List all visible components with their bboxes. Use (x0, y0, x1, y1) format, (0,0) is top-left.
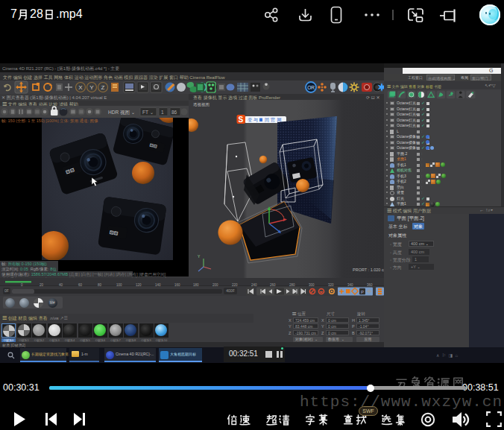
svg-text:同: 同 (265, 118, 269, 122)
svg-text:X: X (78, 84, 83, 91)
svg-text:与: 与 (253, 118, 258, 122)
svg-text:FT ⌄: FT ⌄ (142, 110, 154, 115)
svg-text:透视视图: 透视视图 (193, 102, 210, 107)
svg-text:Z: Z (101, 84, 105, 91)
svg-text:86: 86 (171, 110, 177, 115)
svg-text:Y: Y (89, 84, 94, 91)
svg-text:官: 官 (271, 117, 275, 122)
svg-text:Y: Y (198, 254, 201, 259)
svg-text:PRORT : 1.020 c/s: PRORT : 1.020 c/s (353, 268, 384, 272)
svg-text:OR: OR (307, 85, 315, 90)
svg-text:变: 变 (248, 117, 252, 123)
svg-text:S: S (239, 116, 244, 124)
svg-text:HDR 视图 ⌄: HDR 视图 ⌄ (108, 110, 135, 116)
svg-text:1: 1 (161, 110, 164, 115)
svg-text:P: P (361, 290, 364, 294)
svg-text:网: 网 (277, 118, 282, 122)
